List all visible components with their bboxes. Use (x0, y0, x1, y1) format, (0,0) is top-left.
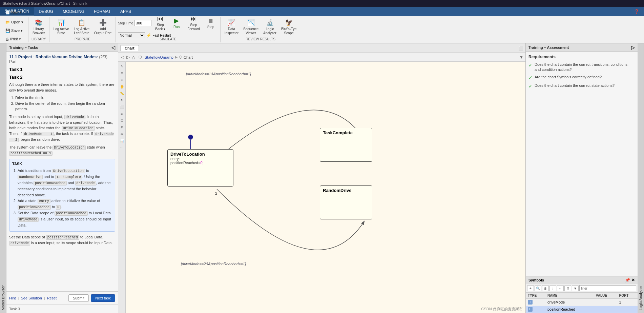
stop-button[interactable]: ⏹ Stop (203, 16, 218, 31)
sequence-viewer-button[interactable]: 📉 SequenceViewer (241, 17, 261, 37)
symbols-table: TYPE NAME VALUE PORT I driveMode 1 (526, 293, 638, 313)
up-arrow[interactable]: △ (131, 55, 136, 60)
log-active-leaf-label: Log ActiveLeaf State (74, 27, 89, 35)
step-forward-button[interactable]: ⏭ StepForward (185, 16, 202, 31)
symbol-positionreached-type-icon: L (528, 307, 533, 312)
state-taskcomplete[interactable]: TaskComplete (320, 128, 372, 162)
col-port: PORT (617, 293, 638, 299)
open-button[interactable]: 📂 Open ▾ (3, 19, 25, 27)
state-randomdrive[interactable]: RandomDrive (320, 185, 372, 219)
symbol-row-positionreached[interactable]: L positionReached (526, 306, 638, 313)
annotation-tool[interactable]: ✏ (119, 131, 125, 137)
watermark: CSDN @疯狂的麦克斯市 (481, 307, 523, 312)
zoom-in-tool[interactable]: ⊕ (119, 70, 125, 76)
transition-label-2: [driveMode==2&&positionReached==1] (181, 262, 246, 266)
toolbar-prepare-group: 📊 Log ActiveState 📋 Log ActiveLeaf State… (49, 17, 116, 42)
sequence-viewer-label: SequenceViewer (243, 27, 258, 35)
task1-heading: Task 1 (9, 67, 115, 72)
stoptime-label: Stop Time (118, 21, 133, 25)
pointer-tool[interactable]: ↖ (119, 63, 125, 69)
see-solution-link[interactable]: See Solution (21, 296, 42, 300)
review-group-label: REVIEW RESULTS (221, 37, 300, 41)
fit-tool[interactable]: ⊡ (119, 117, 125, 123)
req-item-2: ✓ Are the chart Symbols correctly define… (528, 75, 635, 81)
rotate-tool[interactable]: ↻ (119, 97, 125, 103)
task2-heading: Task 2 (9, 75, 115, 80)
run-button[interactable]: ▶ Run (169, 16, 184, 31)
birds-eye-scope-button[interactable]: 🦅 Bird's-EyeScope (279, 17, 298, 37)
reset-link[interactable]: Reset (47, 296, 57, 300)
toolbar-simulate-group: Stop Time ⏮ StepBack ▾ ▶ Run ⏭ StepForwa… (116, 17, 221, 42)
maximize-icon[interactable]: ⬜ (518, 46, 523, 51)
align-tool[interactable]: ≡ (119, 111, 125, 117)
log-active-leaf-state-button[interactable]: 📋 Log ActiveLeaf State (72, 17, 91, 37)
new-button[interactable]: 📄 New ▾ (3, 9, 24, 19)
next-task-button[interactable]: Next task (91, 294, 115, 302)
log-active-state-icon: 📊 (58, 19, 65, 26)
pan-tool[interactable]: ✋ (119, 83, 125, 90)
step-back-button[interactable]: ⏮ StepBack ▾ (153, 16, 168, 31)
state-drivetolocation-action: positionReached=0; (170, 161, 230, 165)
left-sidebar-tab[interactable]: Model Browser (0, 43, 6, 313)
breadcrumb-dropdown[interactable]: ▼ (519, 55, 523, 60)
symbols-pin[interactable]: 📌 (625, 278, 630, 282)
select-tool[interactable]: ⬜ (119, 104, 125, 110)
symbols-toolbar: + 🔍 🗑 ↕ ↔ ⚙ ▼ (526, 284, 638, 293)
symbol-drivemode-port: 1 (617, 299, 638, 306)
breadcrumb-root[interactable]: StateflowOnramp (145, 55, 173, 59)
menu-modeling[interactable]: MODELING (58, 7, 89, 16)
data-inspector-icon: 📈 (228, 19, 235, 26)
req-check-2: ✓ (528, 75, 533, 81)
state-drivetolocation[interactable]: DriveToLocation entry: positionReached=0… (167, 149, 233, 187)
symbols-resolve-button[interactable]: ⚙ (564, 285, 571, 291)
run-label: Run (173, 25, 180, 29)
right-sidebar-tab[interactable]: Logic Analyzer (638, 43, 644, 313)
menu-apps[interactable]: APPS (116, 7, 136, 16)
menu-bar: SIMULATION DEBUG MODELING FORMAT APPS ❓ (0, 7, 644, 16)
stoptime-input[interactable] (134, 20, 151, 26)
symbols-add-button[interactable]: + (527, 285, 534, 291)
symbols-filter-input[interactable] (579, 285, 636, 291)
symbols-btn4[interactable]: ↕ (549, 285, 556, 291)
grid-tool[interactable]: # (119, 124, 125, 130)
extra-tool[interactable]: ⋯ (119, 144, 125, 151)
symbols-filter-toggle[interactable]: ▼ (572, 285, 579, 291)
symbol-positionreached-name: positionReached (545, 306, 594, 313)
forward-arrow[interactable]: ▷ (126, 55, 130, 60)
chart-tab[interactable]: Chart (120, 45, 139, 51)
data-inspector-button[interactable]: 📈 DataInspector (223, 17, 241, 37)
symbol-row-drivemode[interactable]: I driveMode 1 (526, 299, 638, 306)
model-browser-tab[interactable]: Model Browser (1, 46, 5, 310)
step-forward-icon: ⏭ (191, 15, 197, 22)
ruler-tool[interactable]: 📏 (119, 90, 125, 96)
add-output-port-button[interactable]: ➕ AddOutput Port (92, 17, 113, 37)
library-browser-button[interactable]: 📚 LibraryBrowser (30, 17, 47, 37)
right-panel-title: Training – Assessment (528, 45, 569, 50)
right-panel-collapse[interactable]: ▷ (631, 45, 635, 50)
symbols-btn5[interactable]: ↔ (557, 285, 564, 291)
menu-debug[interactable]: DEBUG (34, 7, 58, 16)
chart-logo: ⬡ (179, 55, 182, 59)
requirements-heading: Requirements (528, 55, 635, 59)
chart-tool[interactable]: 📊 (119, 138, 125, 144)
symbols-btn3[interactable]: 🗑 (542, 285, 549, 291)
symbols-close[interactable]: ✕ (631, 278, 635, 282)
left-panel-collapse[interactable]: ◁ (111, 45, 115, 50)
menu-format[interactable]: FORMAT (89, 7, 116, 16)
submit-button[interactable]: Submit (68, 294, 89, 302)
symbol-positionreached-port (617, 306, 638, 313)
menu-help[interactable]: ❓ (629, 7, 644, 16)
zoom-out-tool[interactable]: ⊖ (119, 77, 125, 83)
logic-analyzer-tab[interactable]: Logic Analyzer (639, 286, 643, 310)
fast-restart-toggle[interactable]: ⚡ Fast Restart (146, 33, 171, 38)
back-arrow[interactable]: ◁ (120, 55, 125, 60)
left-panel-title: Training – Tasks (9, 45, 38, 50)
symbols-btn2[interactable]: 🔍 (535, 285, 541, 291)
symbols-panel: Symbols 📌 ✕ + 🔍 🗑 ↕ ↔ ⚙ ▼ TYPE (526, 276, 638, 313)
breadcrumb-nav: ◁ ▷ △ (120, 55, 136, 60)
step-forward-label: StepForward (187, 23, 200, 31)
hint-link[interactable]: Hint (9, 296, 16, 300)
log-active-state-button[interactable]: 📊 Log ActiveState (51, 17, 71, 37)
save-button[interactable]: 💾 Save ▾ (3, 28, 25, 36)
logic-analyzer-button[interactable]: 🔬 LogicAnalyzer (261, 17, 278, 37)
